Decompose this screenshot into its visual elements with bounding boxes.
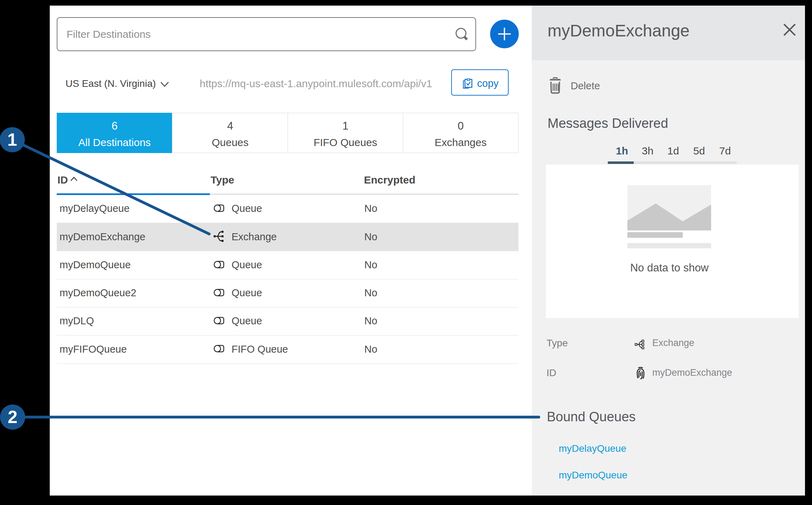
svg-text:1: 1 [7, 130, 17, 150]
svg-text:2: 2 [8, 407, 18, 427]
